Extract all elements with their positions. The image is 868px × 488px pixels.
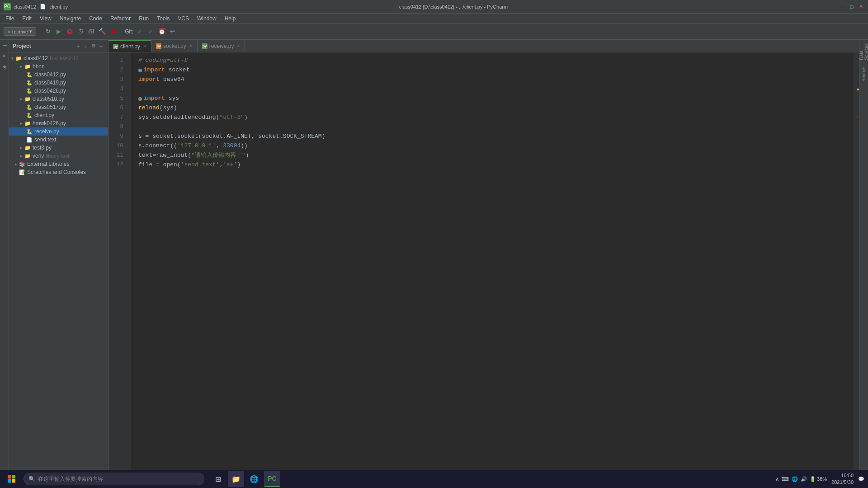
menu-run[interactable]: Run: [135, 14, 152, 23]
taskbar-app-pycharm[interactable]: PC: [264, 471, 280, 487]
tree-item-class0510[interactable]: ▸ 📁 class0510.py: [9, 95, 108, 103]
editor-area: py client.py ✕ py socket.py ✕ py receive…: [108, 40, 859, 475]
search-icon: 🔍: [28, 476, 35, 482]
tab-socket[interactable]: py socket.py ✕: [151, 40, 198, 52]
tree-item-class0517[interactable]: 🐍 class0517.py: [9, 103, 108, 111]
taskbar-search[interactable]: 🔍 在这里输入你要搜索的内容: [24, 473, 204, 485]
tree-root[interactable]: ▾ 📁 class0412 D:\class0412: [9, 54, 108, 62]
tab-icon-socket: py: [156, 43, 161, 49]
sys-tray: ∧ ⌨ 🌐 🔊 🔋 38%: [775, 476, 827, 482]
panel-settings-icon[interactable]: ⚙: [90, 43, 97, 49]
tree-label-class0426: class0426.py: [34, 88, 66, 94]
sidebar-structure-icon[interactable]: ≡: [1, 52, 8, 60]
tree-item-client[interactable]: 🐍 client.py: [9, 111, 108, 119]
line-num-4: 4: [108, 84, 127, 94]
plain-close-connect: )): [241, 141, 248, 151]
panel-close-icon[interactable]: ─: [98, 43, 104, 49]
panel-add-icon[interactable]: +: [75, 43, 81, 49]
sync-icon[interactable]: ↻: [44, 28, 52, 36]
app-icon: PC: [4, 3, 11, 10]
menu-view[interactable]: View: [36, 14, 55, 23]
git-merge-icon[interactable]: ✓: [147, 28, 155, 36]
clock-time: 10:50: [831, 472, 854, 479]
maximize-button[interactable]: □: [848, 3, 855, 10]
code-text-1: # coding=utf-8: [138, 56, 188, 66]
panel-title: Project: [13, 43, 31, 49]
tree-item-class0412[interactable]: 🐍 class0412.py: [9, 70, 108, 79]
menu-file[interactable]: File: [2, 14, 18, 23]
func-reload: reload: [138, 103, 160, 113]
sidebar-project-icon[interactable]: 1: [1, 42, 8, 49]
window-controls: ─ □ ✕: [839, 3, 864, 10]
tree-item-test3[interactable]: ▸ 📁 test3.py: [9, 144, 108, 152]
git-revert-icon[interactable]: ↩: [169, 28, 177, 36]
tree-item-venv[interactable]: ▸ 📁 venv library root: [9, 152, 108, 160]
start-button[interactable]: [4, 471, 20, 487]
git-check-icon[interactable]: ✓: [136, 28, 144, 36]
str-ip: '127.0.0.1': [177, 141, 216, 151]
project-panel: Project + ↕ ⚙ ─ ▾ 📁 class0412 D:\class04…: [9, 40, 108, 475]
line-indicator-5: [138, 97, 142, 101]
explorer-icon: 📁: [231, 475, 241, 483]
keyboard-icon: ⌨: [782, 476, 789, 482]
tree-item-hmwk0426[interactable]: ▸ 📁 hmwk0426.py: [9, 119, 108, 127]
toolbar: ● receive ▾ ↻ ▶ 🐞 ⏱ ⛙ 🔨 ■ Git: ✓ ✓ ⏰ ↩: [0, 23, 868, 40]
taskbar-app-explorer[interactable]: 📁: [228, 471, 244, 487]
tree-item-class0426[interactable]: 🐍 class0426.py: [9, 87, 108, 95]
plain-text-assign: text=raw_input(: [138, 151, 191, 160]
menu-edit[interactable]: Edit: [19, 14, 35, 23]
menu-bar: File Edit View Navigate Code Refactor Ru…: [0, 14, 868, 23]
tab-close-socket[interactable]: ✕: [189, 43, 193, 48]
notification-icon[interactable]: 💬: [858, 476, 864, 482]
file-tab-name: client.py: [50, 4, 68, 9]
panel-sync-icon[interactable]: ↕: [83, 43, 89, 49]
taskbar-app-task-view[interactable]: ⊞: [210, 471, 226, 487]
line-num-10: 10: [108, 141, 127, 151]
tab-label-socket: socket.py: [163, 43, 186, 49]
tree-item-bbnn[interactable]: ▸ 📁 bbnn: [9, 62, 108, 70]
menu-navigate[interactable]: Navigate: [56, 14, 85, 23]
tab-close-client[interactable]: ✕: [143, 44, 146, 49]
editor-tabs: py client.py ✕ py socket.py ✕ py receive…: [108, 40, 859, 52]
minimize-button[interactable]: ─: [839, 3, 846, 10]
tab-icon-client: py: [113, 44, 118, 49]
git-history-icon[interactable]: ⏰: [158, 28, 166, 36]
coverage-icon[interactable]: ⛙: [87, 28, 95, 36]
debug-icon[interactable]: 🐞: [66, 28, 74, 36]
tree-item-scratches[interactable]: 📝 Scratches and Consoles: [9, 168, 108, 176]
plain-reload-args: (sys): [160, 103, 177, 113]
line-num-6: 6: [108, 103, 127, 113]
menu-vcs[interactable]: VCS: [174, 14, 193, 23]
menu-help[interactable]: Help: [221, 14, 240, 23]
battery-icon: 🔋: [810, 476, 816, 482]
tree-item-send[interactable]: 📄 send.text: [9, 136, 108, 144]
menu-code[interactable]: Code: [85, 14, 106, 23]
menu-window[interactable]: Window: [193, 14, 220, 23]
plain-socket: socket: [169, 66, 190, 75]
tree-item-external[interactable]: ▸ 📚 External Libraries: [9, 160, 108, 168]
tree-label-bbnn: bbnn: [33, 63, 45, 70]
sidebar-favorites-icon[interactable]: ★: [1, 63, 8, 70]
tab-close-receive[interactable]: ✕: [236, 43, 240, 48]
git-label: Git:: [125, 28, 133, 35]
close-button[interactable]: ✕: [857, 3, 864, 10]
code-content[interactable]: # coding=utf-8 import socket import base…: [131, 52, 854, 475]
volume-icon: 🔊: [801, 476, 807, 482]
stop-icon[interactable]: ■: [109, 28, 117, 36]
tree-label-class0419: class0419.py: [34, 80, 66, 86]
tree-item-class0419[interactable]: 🐍 class0419.py: [9, 79, 108, 87]
menu-tools[interactable]: Tools: [153, 14, 173, 23]
build-icon[interactable]: 🔨: [98, 28, 106, 36]
tab-receive[interactable]: py receive.py ✕: [198, 40, 245, 52]
run-config-dropdown[interactable]: ● receive ▾: [4, 27, 36, 36]
run-icon[interactable]: ▶: [55, 28, 63, 36]
tree-label-venv: venv: [33, 153, 44, 159]
profile-icon[interactable]: ⏱: [76, 28, 85, 36]
tab-client[interactable]: py client.py ✕: [108, 40, 151, 52]
taskbar-app-edge[interactable]: 🌐: [246, 471, 262, 487]
plain-comma-12: ,: [219, 160, 223, 170]
tray-up-icon[interactable]: ∧: [775, 476, 779, 482]
tree-label-class0412: class0412.py: [34, 71, 66, 78]
tree-item-receive[interactable]: 🐍 receive.py: [9, 127, 108, 136]
menu-refactor[interactable]: Refactor: [107, 14, 134, 23]
